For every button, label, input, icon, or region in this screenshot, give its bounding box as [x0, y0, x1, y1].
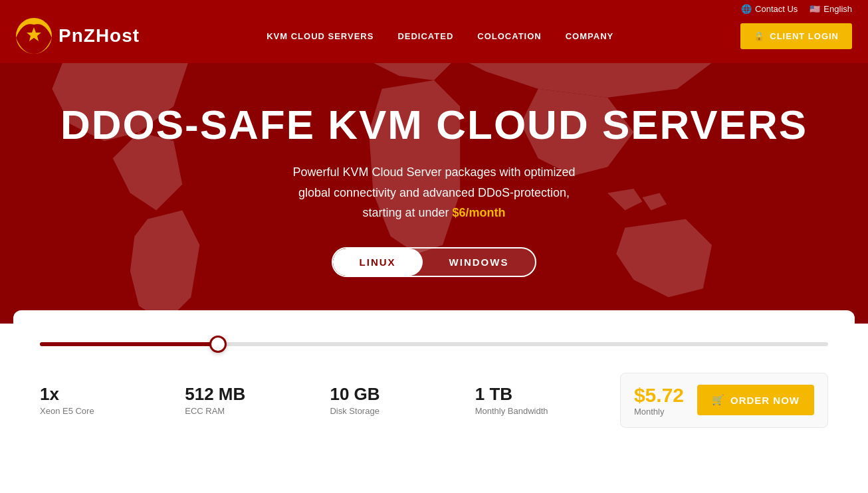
storage-value: 10 GB [330, 384, 475, 405]
client-login-button[interactable]: 🔒 CLIENT LOGIN [740, 23, 852, 49]
language-selector[interactable]: 🇺🇸 English [810, 4, 852, 14]
order-now-button[interactable]: 🛒 ORDER NOW [697, 385, 814, 415]
top-bar: 🌐 Contact Us 🇺🇸 English [0, 0, 868, 18]
ram-label: ECC RAM [185, 406, 330, 416]
cpu-label: Xeon E5 Core [40, 406, 185, 416]
bandwidth-value: 1 TB [475, 384, 620, 405]
contact-us-link[interactable]: 🌐 Contact Us [741, 4, 798, 14]
hero-title: DDOS-SAFE KVM CLOUD SERVERS [13, 103, 855, 146]
hero-section: DDOS-SAFE KVM CLOUD SERVERS Powerful KVM… [0, 63, 868, 324]
nav-company[interactable]: COMPANY [566, 31, 613, 41]
header: PnZHost KVM CLOUD SERVERS DEDICATED COLO… [0, 18, 868, 63]
storage-label: Disk Storage [330, 406, 475, 416]
spec-storage: 10 GB Disk Storage [330, 384, 475, 416]
os-toggle: LINUX WINDOWS [332, 247, 537, 277]
subtitle-line1: Powerful KVM Cloud Server packages with … [292, 165, 575, 179]
price-amount: $5.72 [634, 384, 684, 407]
specs-row: 1x Xeon E5 Core 512 MB ECC RAM 10 GB Dis… [40, 373, 828, 428]
subtitle-line3: starting at under [362, 206, 452, 219]
windows-tab[interactable]: WINDOWS [423, 248, 536, 276]
nav-kvm-cloud-servers[interactable]: KVM CLOUD SERVERS [267, 31, 374, 41]
spec-ram: 512 MB ECC RAM [185, 384, 330, 416]
nav-colocation[interactable]: COLOCATION [477, 31, 541, 41]
plan-slider[interactable] [40, 342, 828, 346]
price-order-panel: $5.72 Monthly 🛒 ORDER NOW [620, 373, 828, 428]
globe-icon: 🌐 [741, 4, 752, 14]
spec-bandwidth: 1 TB Monthly Bandwidth [475, 384, 620, 416]
language-label: English [823, 4, 852, 14]
cpu-value: 1x [40, 384, 185, 405]
contact-us-label: Contact Us [755, 4, 798, 14]
cart-icon: 🛒 [712, 394, 725, 406]
logo[interactable]: PnZHost [16, 18, 140, 54]
hero-subtitle: Powerful KVM Cloud Server packages with … [13, 162, 855, 223]
price-col: $5.72 Monthly [634, 384, 684, 417]
pricing-section: 1x Xeon E5 Core 512 MB ECC RAM 10 GB Dis… [13, 310, 855, 448]
price-period: Monthly [634, 407, 684, 417]
flag-icon: 🇺🇸 [810, 4, 820, 14]
main-nav: KVM CLOUD SERVERS DEDICATED COLOCATION C… [140, 31, 740, 41]
client-login-label: CLIENT LOGIN [770, 31, 839, 41]
nav-dedicated[interactable]: DEDICATED [397, 31, 453, 41]
linux-tab[interactable]: LINUX [333, 248, 423, 276]
bandwidth-label: Monthly Bandwidth [475, 406, 620, 416]
order-btn-label: ORDER NOW [730, 395, 800, 406]
subtitle-line2: global connectivity and advanced DDoS-pr… [298, 186, 570, 199]
lock-icon: 🔒 [754, 31, 765, 41]
slider-wrap [40, 337, 828, 349]
logo-icon [16, 18, 52, 54]
price-highlight: $6/month [453, 206, 506, 219]
spec-cpu: 1x Xeon E5 Core [40, 384, 185, 416]
logo-text: PnZHost [58, 25, 140, 47]
ram-value: 512 MB [185, 384, 330, 405]
